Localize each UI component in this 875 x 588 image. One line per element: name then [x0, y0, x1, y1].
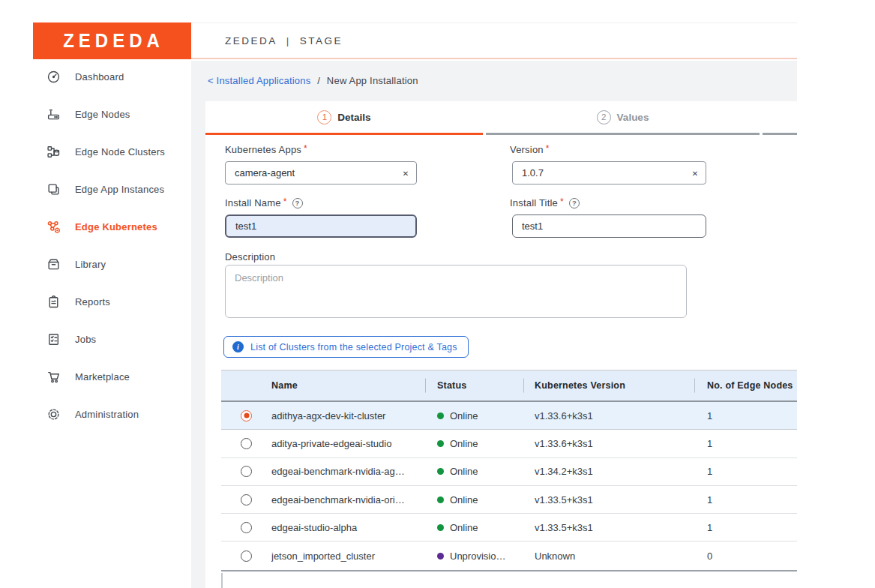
- sidebar-item-jobs[interactable]: Jobs: [33, 320, 191, 358]
- cluster-name: jetson_imported_cluster: [271, 550, 425, 562]
- sidebar-item-administration[interactable]: Administration: [33, 395, 191, 433]
- sidebar-item-label: Administration: [75, 409, 139, 420]
- table-row[interactable]: adithya-agx-dev-kit-cluster Online v1.33…: [221, 402, 797, 430]
- cluster-name: edgeai-benchmark-nvidia-ori…: [271, 494, 425, 506]
- table-row[interactable]: edgeai-benchmark-nvidia-ori… Online v1.3…: [221, 486, 797, 514]
- kubernetes-apps-label: Kubernetes Apps *: [225, 144, 307, 155]
- topbar-separator: |: [286, 35, 291, 46]
- marketplace-cart-icon: [46, 369, 61, 384]
- reports-icon: [46, 294, 61, 309]
- table-row[interactable]: jetson_imported_cluster Unprovisio… Unkn…: [221, 542, 797, 569]
- kubernetes-version: v1.33.6+k3s1: [523, 410, 694, 422]
- zededa-logo-text: ZEDEDA: [60, 30, 164, 52]
- tab-stub: [763, 101, 797, 135]
- status-online-dot: [437, 440, 444, 447]
- edge-nodes-icon: [46, 106, 61, 122]
- row-radio[interactable]: [241, 494, 252, 506]
- status-text: Online: [450, 410, 478, 422]
- sidebar-item-library[interactable]: Library: [33, 245, 191, 283]
- kubernetes-apps-input[interactable]: [225, 161, 417, 184]
- description-textarea[interactable]: [225, 265, 687, 318]
- edge-node-count: 1: [694, 438, 797, 449]
- info-icon: i: [232, 341, 244, 352]
- sidebar-item-label: Library: [75, 259, 106, 270]
- wizard-tabs: 1 Details 2 Values: [205, 101, 797, 135]
- kubernetes-version: v1.33.5+k3s1: [523, 522, 694, 533]
- tab-values[interactable]: 2 Values: [486, 101, 760, 135]
- status-online-dot: [437, 468, 444, 475]
- clear-version-icon[interactable]: ✕: [690, 168, 700, 178]
- version-input[interactable]: [512, 161, 706, 184]
- kubernetes-version: Unknown: [523, 550, 694, 562]
- cluster-table-header: Name Status Kubernetes Version No. of Ed…: [221, 370, 797, 402]
- tab-details[interactable]: 1 Details: [205, 101, 483, 135]
- install-title-label: Install Title * ?: [510, 197, 580, 208]
- top-bar: ZEDEDA | STAGE: [191, 22, 797, 59]
- tab-values-label: Values: [617, 112, 649, 123]
- tab-details-label: Details: [337, 112, 370, 123]
- column-header-kubernetes-version: Kubernetes Version: [523, 380, 694, 391]
- org-name: ZEDEDA: [225, 35, 277, 46]
- row-radio[interactable]: [241, 550, 252, 562]
- sidebar-item-label: Dashboard: [75, 71, 124, 82]
- install-name-help-icon[interactable]: ?: [292, 198, 303, 208]
- edge-node-count: 1: [694, 494, 797, 506]
- edge-node-count: 1: [694, 410, 797, 422]
- sidebar-item-label: Edge Nodes: [75, 109, 130, 120]
- kubernetes-version: v1.33.6+k3s1: [523, 438, 694, 449]
- column-header-name: Name: [271, 380, 425, 391]
- sidebar-item-label: Edge Kubernetes: [75, 221, 157, 232]
- sidebar-item-label: Edge Node Clusters: [75, 146, 165, 158]
- jobs-icon: [46, 332, 61, 346]
- breadcrumb-current: New App Installation: [327, 75, 418, 86]
- table-row[interactable]: edgeai-studio-alpha Online v1.33.5+k3s1 …: [221, 514, 797, 542]
- version-label: Version *: [510, 144, 550, 155]
- sidebar-item-label: Reports: [75, 296, 110, 308]
- kubernetes-version: v1.34.2+k3s1: [523, 466, 694, 477]
- cluster-name: aditya-private-edgeai-studio: [271, 438, 425, 449]
- clear-kubernetes-apps-icon[interactable]: ✕: [400, 168, 411, 178]
- table-row[interactable]: edgeai-benchmark-nvidia-ag… Online v1.34…: [221, 458, 797, 486]
- sidebar-item-edge-node-clusters[interactable]: Edge Node Clusters: [33, 133, 191, 170]
- cluster-name: edgeai-benchmark-nvidia-ag…: [271, 466, 425, 477]
- status-online-dot: [437, 412, 444, 419]
- status-online-dot: [437, 524, 444, 531]
- environment-name: STAGE: [300, 35, 343, 46]
- tab-details-step-number: 1: [317, 110, 331, 124]
- row-radio[interactable]: [241, 522, 252, 533]
- administration-gear-icon: [46, 406, 61, 422]
- breadcrumb: < Installed Applications / New App Insta…: [208, 75, 418, 86]
- cluster-list-info-banner: i List of Clusters from the selected Pro…: [223, 336, 469, 358]
- table-row[interactable]: aditya-private-edgeai-studio Online v1.3…: [221, 430, 797, 458]
- row-radio[interactable]: [241, 438, 252, 449]
- row-radio-selected[interactable]: [241, 410, 252, 422]
- status-unprovisioned-dot: [437, 553, 444, 560]
- edge-app-instances-icon: [46, 182, 61, 196]
- edge-kubernetes-icon: [46, 219, 61, 234]
- edge-node-clusters-icon: [46, 144, 61, 159]
- zededa-logo[interactable]: ZEDEDA: [33, 22, 191, 59]
- edge-node-count: 0: [694, 550, 797, 562]
- install-name-input[interactable]: [225, 214, 417, 238]
- app-window: ZEDEDA ZEDEDA | STAGE Dashboard Edge Nod…: [0, 0, 875, 588]
- sidebar-item-edge-nodes[interactable]: Edge Nodes: [33, 95, 191, 133]
- sidebar-item-edge-app-instances[interactable]: Edge App Instances: [33, 170, 191, 208]
- status-online-dot: [437, 496, 444, 503]
- sidebar-item-dashboard[interactable]: Dashboard: [33, 58, 191, 95]
- dashboard-gauge-icon: [46, 69, 61, 84]
- kubernetes-version: v1.33.5+k3s1: [523, 494, 694, 506]
- status-text: Online: [450, 494, 478, 506]
- install-name-label: Install Name * ?: [225, 197, 303, 208]
- library-icon: [46, 256, 61, 272]
- breadcrumb-back-link[interactable]: < Installed Applications: [208, 75, 310, 86]
- install-title-input[interactable]: [512, 214, 706, 238]
- cluster-table: Name Status Kubernetes Version No. of Ed…: [221, 370, 797, 572]
- status-text: Online: [450, 522, 478, 533]
- sidebar-item-edge-kubernetes[interactable]: Edge Kubernetes: [33, 208, 191, 245]
- row-radio[interactable]: [241, 466, 252, 477]
- required-marker: *: [283, 196, 287, 207]
- sidebar-item-reports[interactable]: Reports: [33, 283, 191, 320]
- sidebar-item-marketplace[interactable]: Marketplace: [33, 358, 191, 395]
- description-label: Description: [225, 251, 275, 262]
- install-title-help-icon[interactable]: ?: [569, 198, 580, 208]
